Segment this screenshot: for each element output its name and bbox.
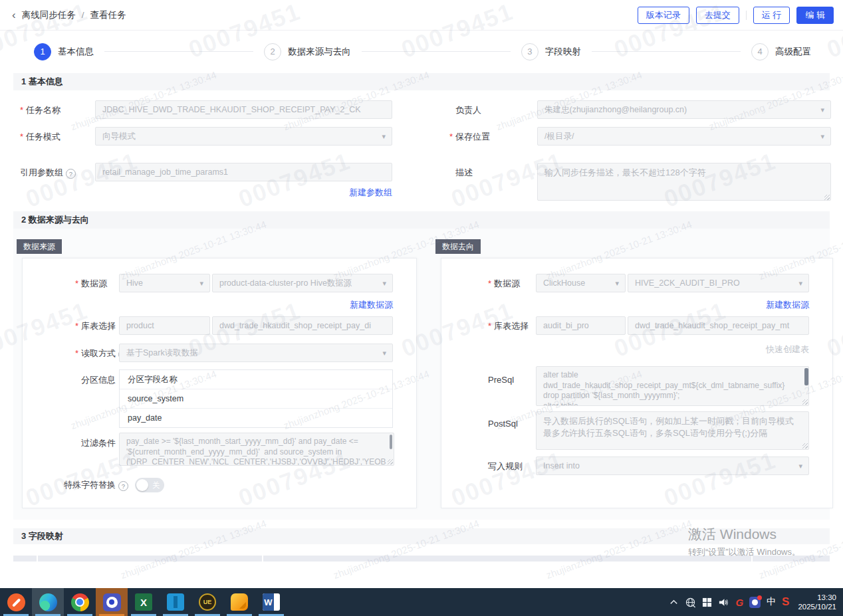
whale-app-icon [103, 593, 121, 611]
target-new-datasource-row: 新建数据源 [536, 299, 809, 311]
notification-dot [757, 595, 762, 600]
new-datasource-link[interactable]: 新建数据源 [766, 300, 809, 310]
step-advanced-config[interactable]: 4 高级配置 [751, 43, 811, 60]
taskbar-app-blue-f[interactable] [160, 588, 191, 616]
activate-windows-subtitle: 转到“设置”以激活 Windows。 [688, 546, 800, 558]
sogou-tray-icon[interactable]: S [782, 595, 789, 609]
windows-security-icon[interactable] [702, 597, 712, 607]
scrollbar-thumb[interactable] [390, 435, 392, 449]
chrome-icon [71, 593, 89, 611]
word-icon: W [263, 593, 280, 611]
breadcrumb-offline-tasks[interactable]: 离线同步任务 [22, 9, 76, 21]
target-table-input[interactable] [628, 316, 809, 335]
top-bar: ‹ 离线同步任务 / 查看任务 版本记录 去提交 运 行 编 辑 [0, 0, 843, 31]
source-type-select[interactable]: Hive [119, 274, 210, 292]
postsql-textarea[interactable] [536, 411, 809, 450]
partition-header: 分区字段名称 [120, 370, 392, 389]
section-source-target-header: 2 数据来源与去向 [13, 211, 830, 229]
scrollbar-thumb[interactable] [804, 368, 808, 385]
question-icon[interactable]: ? [118, 481, 128, 491]
taskbar-clock[interactable]: 13:30 2025/10/21 [795, 593, 840, 611]
tray-expand-chevron-icon[interactable] [669, 597, 679, 607]
write-rule-select[interactable]: Insert into [536, 457, 809, 475]
version-history-button[interactable]: 版本记录 [638, 7, 689, 24]
fox-app-icon [231, 593, 248, 611]
step-basic-info[interactable]: 1 基本信息 [34, 43, 94, 60]
presql-textarea[interactable]: alter table dwd_trade_hkaudit_shop_recei… [536, 366, 809, 406]
special-char-toggle[interactable]: 关 [135, 478, 164, 492]
step-field-mapping[interactable]: 3 字段映射 [521, 43, 581, 60]
step-connector [104, 51, 253, 52]
activate-windows-title: 激活 Windows [688, 525, 777, 544]
taskbar-app-word[interactable]: W [255, 588, 287, 616]
blue-f-app-icon [167, 593, 184, 611]
back-icon[interactable]: ‹ [12, 9, 16, 21]
source-table-input[interactable] [212, 316, 393, 335]
network-globe-icon[interactable] [685, 597, 696, 608]
quick-create-table-row: 快速创建表 [536, 344, 809, 356]
step-2-circle: 2 [264, 43, 281, 60]
taskbar-app-whale[interactable] [96, 588, 128, 616]
header-actions: 版本记录 去提交 运 行 编 辑 [638, 7, 834, 24]
clock-time: 13:30 [798, 593, 836, 602]
go-submit-button[interactable]: 去提交 [696, 7, 739, 24]
question-icon[interactable]: ? [66, 169, 76, 179]
ime-indicator[interactable]: 中 [767, 596, 776, 608]
target-db-input[interactable] [536, 316, 626, 335]
step-4-circle: 4 [751, 43, 769, 60]
partition-row[interactable]: source_system [120, 389, 392, 409]
target-name-select[interactable]: HIVE_2CK_AUDIT_BI_PRO [628, 274, 809, 292]
owner-label: 负责人 [449, 104, 481, 116]
quick-create-table-link[interactable]: 快速创建表 [766, 344, 809, 354]
step-connector [592, 51, 741, 52]
source-datasource-label: *数据源 [75, 278, 107, 290]
toggle-state-label: 关 [152, 478, 160, 492]
taskbar-app-ultraedit[interactable]: UE [191, 588, 223, 616]
new-datasource-link[interactable]: 新建数据源 [350, 300, 393, 310]
run-button[interactable]: 运 行 [753, 7, 790, 24]
taskbar-app-chrome[interactable] [64, 588, 96, 616]
filter-textarea[interactable]: pay_date >= '${last_month_start_yyyy_mm_… [119, 433, 394, 466]
task-name-input[interactable] [95, 100, 392, 119]
watermark-user-text: zhujianzhong 2025-10-21 13:30:44 [119, 518, 268, 581]
edit-button[interactable]: 编 辑 [796, 7, 834, 24]
partition-row[interactable]: pay_date [120, 409, 392, 427]
target-table-label: *库表选择 [488, 320, 529, 332]
param-group-input[interactable] [95, 163, 392, 181]
read-mode-select[interactable]: 基于Spark读取数据 [119, 344, 393, 362]
breadcrumb: ‹ 离线同步任务 / 查看任务 [12, 0, 126, 30]
step-1-label: 基本信息 [58, 46, 94, 58]
source-db-input[interactable] [119, 316, 210, 335]
step-source-target[interactable]: 2 数据来源与去向 [264, 43, 351, 60]
source-panel-tag: 数据来源 [17, 239, 62, 254]
strip-divider [262, 556, 263, 562]
excel-icon: X [135, 593, 152, 611]
volume-icon[interactable] [718, 597, 729, 608]
presql-label: PreSql [488, 375, 514, 385]
clock-date: 2025/10/21 [798, 602, 836, 611]
g-utility-tray-icon[interactable]: G [735, 597, 743, 608]
owner-select[interactable]: 朱建忠(zhujianzhong@heilangroup.cn) [537, 100, 831, 119]
step-indicator: 1 基本信息 2 数据来源与去向 3 字段映射 4 高级配置 [0, 30, 843, 73]
source-name-select[interactable]: product-data-cluster-pro Hive数据源 [212, 274, 393, 292]
step-2-label: 数据来源与去向 [288, 46, 351, 58]
task-mode-select[interactable]: 向导模式 [95, 127, 392, 146]
taskbar-app-pen[interactable] [0, 588, 32, 616]
taskbar-app-edge[interactable] [32, 588, 64, 616]
save-path-select[interactable]: /根目录/ [537, 127, 831, 146]
source-table-label: *库表选择 [75, 320, 116, 332]
step-3-label: 字段映射 [545, 46, 581, 58]
taskbar-app-excel[interactable]: X [128, 588, 160, 616]
target-panel: *数据源 ClickHouse HIVE_2CK_AUDIT_BI_PRO 新建… [441, 258, 833, 508]
task-name-label: *任务名称 [20, 104, 60, 116]
partition-label: 分区信息 [75, 374, 116, 386]
taskbar-app-fox[interactable] [223, 588, 255, 616]
whale-app-tray-icon[interactable] [749, 597, 761, 608]
target-type-select[interactable]: ClickHouse [536, 274, 626, 292]
description-textarea[interactable] [537, 163, 831, 201]
pen-app-icon [7, 593, 25, 611]
task-mode-label: *任务模式 [20, 131, 60, 143]
new-param-group-link[interactable]: 新建参数组 [349, 187, 392, 197]
target-datasource-label: *数据源 [488, 278, 520, 290]
save-path-label: *保存位置 [449, 131, 490, 143]
